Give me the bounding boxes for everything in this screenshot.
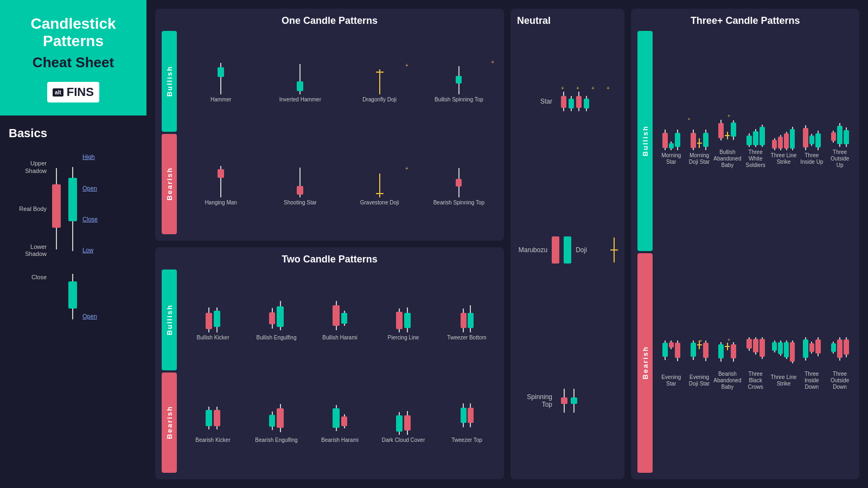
shooting-star-pattern: Shooting Star xyxy=(261,162,339,206)
three-plus-section: Three+ Candle Patterns Bullish xyxy=(631,9,859,479)
hammer-label: Hammer xyxy=(210,97,231,103)
bearish-bar-two: Bearish xyxy=(162,373,177,473)
three-line-strike-bearish-pattern: Three Line Strike xyxy=(771,338,797,387)
neutral-section: Neutral Star + + + + xyxy=(510,9,624,479)
bullish-patterns-two: Bullish Kicker xyxy=(182,269,497,370)
basics-section: Basics UpperShadow Real Body LowerShadow xyxy=(0,115,146,488)
bullish-kicker-label: Bullish Kicker xyxy=(196,335,229,341)
hanging-man-pattern: Hanging Man xyxy=(182,162,259,206)
tweezer-bottom-label: Tweezer Bottom xyxy=(447,335,486,341)
spinning-top-pattern: Spinning Top xyxy=(517,389,618,413)
close-label-left: Close xyxy=(31,274,47,280)
dragonfly-doji-pattern: + Dragonfly Doji xyxy=(341,59,418,103)
bullish-abandoned-baby-label: Bullish Abandoned Baby xyxy=(713,149,741,169)
bearish-harami-pattern: Bearish Harami xyxy=(309,401,371,444)
real-body-label: Real Body xyxy=(9,206,47,213)
three-black-crows-pattern: Three Black Crows xyxy=(743,335,769,390)
bearish-patterns-three: Evening Star + Evening Doji Star xyxy=(658,253,853,473)
tweezer-bottom-pattern: Tweezer Bottom xyxy=(436,299,497,341)
gravestone-doji-pattern: + Gravestone Doji xyxy=(341,162,418,206)
piercing-line-pattern: Piercing Line xyxy=(373,299,434,341)
morning-doji-star-label: Morning Doji Star xyxy=(686,152,712,165)
three-outside-up-label: Three Outside Up xyxy=(827,149,853,169)
shooting-star-label: Shooting Star xyxy=(284,200,317,206)
spinning-top-label: Spinning Top xyxy=(517,393,552,408)
bullish-harami-label: Bullish Harami xyxy=(322,335,357,341)
morning-star-label: Morning Star xyxy=(658,152,684,165)
bearish-engulfing-label: Bearish Engulfing xyxy=(255,437,297,444)
bullish-bar-three: Bullish xyxy=(637,31,653,251)
gravestone-doji-label: Gravestone Doji xyxy=(360,200,399,206)
basics-title: Basics xyxy=(9,126,138,140)
close-label-right: Close xyxy=(82,216,112,222)
evening-doji-star-label: Evening Doji Star xyxy=(686,374,712,387)
bullish-label-three: Bullish xyxy=(641,125,649,156)
bullish-engulfing-label: Bullish Engulfing xyxy=(257,335,297,341)
morning-doji-star-pattern: + Morning Doji Star xyxy=(686,117,712,165)
bullish-label-two: Bullish xyxy=(165,304,174,335)
alt-badge: alt xyxy=(53,88,63,97)
bullish-label-one: Bullish xyxy=(165,66,174,97)
bearish-spinning-top-pattern: Bearish Spinning Top xyxy=(420,162,497,206)
three-inside-down-pattern: Three Inside Down xyxy=(799,335,825,390)
bullish-patterns-one: Hammer Inverted Hammer xyxy=(182,31,497,132)
hanging-man-label: Hanging Man xyxy=(205,200,237,206)
bearish-kicker-label: Bearish Kicker xyxy=(195,437,230,444)
inverted-hammer-label: Inverted Hammer xyxy=(279,97,321,103)
bullish-spinning-top-label: Bullish Spinning Top xyxy=(435,97,483,103)
altfins-logo: alt FINS xyxy=(47,82,99,102)
open-label: Open xyxy=(82,185,112,191)
sidebar-subtitle: Cheat Sheet xyxy=(13,54,133,71)
three-line-strike-bearish-label: Three Line Strike xyxy=(771,374,797,387)
bearish-kicker-pattern: Bearish Kicker xyxy=(182,401,244,444)
dark-cloud-cover-label: Dark Cloud Cover xyxy=(382,437,425,444)
three-line-strike-bullish-label: Three Line Strike xyxy=(771,152,797,165)
marubozu-label: Marubozu xyxy=(517,246,547,254)
three-inside-up-pattern: Three Inside Up xyxy=(799,117,825,165)
three-white-soldiers-label: Three White Soldiers xyxy=(743,149,769,169)
bullish-harami-pattern: Bullish Harami xyxy=(309,299,371,341)
sidebar-header: CandlestickPatterns Cheat Sheet alt FINS xyxy=(0,0,146,115)
bearish-engulfing-pattern: Bearish Engulfing xyxy=(246,401,307,444)
bullish-bar-two: Bullish xyxy=(162,269,177,370)
inverted-hammer-pattern: Inverted Hammer xyxy=(261,59,339,103)
one-candle-section: One Candle Patterns Bullish xyxy=(155,9,504,241)
open-label-right: Open xyxy=(82,313,97,319)
bearish-harami-label: Bearish Harami xyxy=(321,437,359,444)
piercing-line-label: Piercing Line xyxy=(388,335,419,341)
fins-wordmark: FINS xyxy=(67,85,94,99)
morning-star-pattern: Morning Star xyxy=(658,117,684,165)
bearish-label-two: Bearish xyxy=(165,406,174,439)
bullish-patterns-three: Morning Star + Morning Doji Star xyxy=(658,31,853,251)
high-label: High xyxy=(82,153,112,160)
bearish-patterns-one: Hanging Man Shooting Star xyxy=(182,134,497,235)
three-white-soldiers-pattern: Three White Soldiers xyxy=(743,113,769,169)
tweezer-top-label: Tweezer Top xyxy=(451,437,482,444)
two-candle-section: Two Candle Patterns Bullish xyxy=(155,247,504,479)
one-candle-title: One Candle Patterns xyxy=(162,15,497,27)
bearish-abandoned-baby-label: Bearish Abandoned Baby xyxy=(713,371,741,390)
three-inside-down-label: Three Inside Down xyxy=(799,371,825,390)
evening-star-label: Evening Star xyxy=(658,374,684,387)
bearish-abandoned-baby-pattern: + Bearish Abandoned Baby xyxy=(714,335,741,390)
low-label: Low xyxy=(82,247,112,253)
three-plus-title: Three+ Candle Patterns xyxy=(637,15,853,27)
evening-star-pattern: Evening Star xyxy=(658,338,684,387)
evening-doji-star-pattern: + Evening Doji Star xyxy=(686,338,712,387)
bearish-bar-one: Bearish xyxy=(162,134,177,235)
tweezer-top-pattern: Tweezer Top xyxy=(436,401,497,444)
sidebar-title: CandlestickPatterns xyxy=(13,15,133,50)
dragonfly-doji-label: Dragonfly Doji xyxy=(362,97,397,103)
sidebar: CandlestickPatterns Cheat Sheet alt FINS… xyxy=(0,0,146,488)
bullish-spinning-top-pattern: + Bullish Spinning Top xyxy=(420,59,497,103)
main-content: One Candle Patterns Bullish xyxy=(146,0,868,488)
star-label: Star xyxy=(517,98,552,105)
bearish-label-one: Bearish xyxy=(165,167,174,201)
bearish-spinning-top-label: Bearish Spinning Top xyxy=(433,200,484,206)
bearish-label-three: Bearish xyxy=(641,346,649,380)
neutral-title: Neutral xyxy=(517,15,618,27)
bullish-kicker-pattern: Bullish Kicker xyxy=(182,299,244,341)
marubozu-doji-pattern: Marubozu Doji xyxy=(517,236,618,264)
hammer-pattern: Hammer xyxy=(182,59,259,103)
three-line-strike-bullish-pattern: Three Line Strike xyxy=(771,117,797,165)
